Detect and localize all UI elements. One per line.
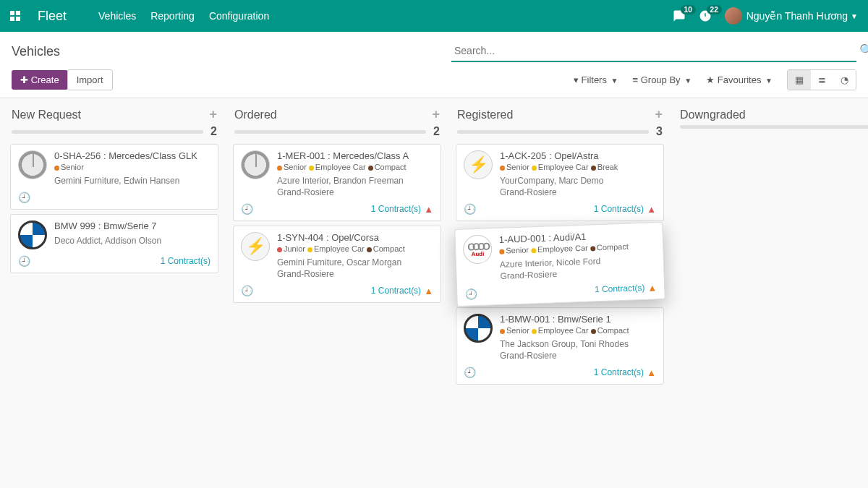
chevron-down-icon: ▼	[851, 12, 858, 20]
column-title: New Request	[12, 108, 81, 121]
filters-button[interactable]: ▾ Filters ▼	[574, 74, 618, 85]
nav-reporting[interactable]: Reporting	[150, 10, 195, 22]
contract-link[interactable]: 1 Contract(s)	[595, 283, 645, 294]
card-company-driver: YourCompany, Marc Demo	[500, 176, 656, 186]
brand-logo	[241, 232, 270, 261]
user-name: Nguyễn Thanh Hương	[746, 10, 848, 22]
messages-count: 10	[681, 5, 696, 14]
brand-logo	[464, 150, 493, 179]
activity-icon[interactable]: 🕘	[464, 367, 476, 378]
activity-icon[interactable]: 🕘	[18, 192, 30, 203]
vehicle-card[interactable]: BMW 999 : Bmw/Serie 7Deco Addict, Addiso…	[10, 214, 218, 273]
kanban-column: Registered+31-ACK-205 : Opel/AstraSenior…	[451, 107, 668, 389]
app-title[interactable]: Fleet	[38, 9, 67, 24]
activities-count: 22	[707, 5, 722, 14]
kanban-view-button[interactable]: ▦	[788, 70, 811, 90]
column-title: Registered	[457, 108, 513, 121]
contract-link[interactable]: 1 Contract(s)	[594, 204, 644, 214]
vehicle-card[interactable]: 1-MER-001 : Mercedes/Class ASenior Emplo…	[233, 144, 441, 221]
column-add-button[interactable]: +	[209, 107, 217, 122]
user-menu[interactable]: Nguyễn Thanh Hương ▼	[725, 7, 858, 25]
card-title: 1-ACK-205 : Opel/Astra	[500, 150, 656, 161]
page-title: Vehicles	[12, 44, 60, 59]
vehicle-card[interactable]: 0-SHA-256 : Mercedes/Class GLKSenior Gem…	[10, 144, 218, 210]
search-icon[interactable]: 🔍	[859, 43, 868, 57]
card-tags: Senior Employee Car Compact	[500, 326, 656, 335]
messages-icon[interactable]: 10	[673, 9, 686, 22]
brand-logo: OOOOAudi	[463, 234, 493, 264]
card-title: BMW 999 : Bmw/Serie 7	[54, 221, 210, 231]
card-title: 1-MER-001 : Mercedes/Class A	[277, 150, 433, 161]
vehicle-card[interactable]: 1-SYN-404 : Opel/CorsaJunior Employee Ca…	[233, 226, 441, 303]
column-count: 2	[210, 125, 217, 138]
activities-icon[interactable]: 22	[699, 9, 712, 22]
import-button[interactable]: Import	[67, 69, 113, 90]
activity-icon[interactable]: 🕘	[18, 255, 30, 267]
card-location: Grand-Rosiere	[277, 269, 433, 279]
kanban-column: Ordered+21-MER-001 : Mercedes/Class ASen…	[229, 107, 446, 389]
nav-vehicles[interactable]: Vehicles	[98, 10, 136, 22]
activity-icon[interactable]: 🕘	[241, 285, 253, 296]
kanban-column: New Request+20-SHA-256 : Mercedes/Class …	[6, 107, 223, 389]
column-progress-bar	[234, 130, 426, 134]
card-location: Grand-Rosiere	[500, 351, 656, 361]
list-view-button[interactable]: ≣	[811, 70, 833, 90]
contract-link[interactable]: 1 Contract(s)	[161, 256, 210, 266]
card-company-driver: Deco Addict, Addison Olson	[54, 236, 210, 246]
contract-link[interactable]: 1 Contract(s)	[371, 204, 421, 214]
card-tags: Senior Employee Car Compact	[277, 163, 433, 171]
card-title: 1-SYN-404 : Opel/Corsa	[277, 232, 433, 243]
contract-link[interactable]: 1 Contract(s)	[371, 286, 421, 296]
card-company-driver: Gemini Furniture, Edwin Hansen	[54, 176, 210, 186]
column-progress-bar	[12, 130, 203, 134]
contract-link[interactable]: 1 Contract(s)	[594, 367, 644, 377]
kanban-board: New Request+20-SHA-256 : Mercedes/Class …	[0, 98, 868, 398]
brand-logo	[18, 221, 47, 249]
control-panel: Vehicles 🔍 ✚ Create Import ▾ Filters ▼ ≡…	[0, 32, 868, 98]
warning-icon: ▲	[647, 282, 657, 293]
column-progress-bar	[457, 130, 649, 134]
apps-icon[interactable]	[10, 11, 20, 21]
activity-icon[interactable]: 🕘	[241, 203, 253, 215]
card-location: Grand-Rosiere	[500, 187, 656, 197]
card-company-driver: Gemini Furniture, Oscar Morgan	[277, 257, 433, 267]
column-progress-bar	[680, 125, 868, 129]
column-title: Ordered	[234, 108, 277, 121]
column-count: 3	[656, 125, 663, 138]
column-count: 2	[433, 125, 440, 138]
brand-logo	[18, 150, 47, 179]
warning-icon: ▲	[647, 367, 656, 378]
column-title: Downgraded	[680, 108, 746, 121]
groupby-button[interactable]: ≡ Group By ▼	[632, 74, 692, 85]
favourites-button[interactable]: ★ Favourites ▼	[706, 74, 773, 85]
vehicle-card[interactable]: OOOOAudi1-AUD-001 : Audi/A1Senior Employ…	[454, 222, 665, 307]
vehicle-card[interactable]: 1-ACK-205 : Opel/AstraSenior Employee Ca…	[456, 144, 664, 221]
view-switcher: ▦ ≣ ◔	[787, 69, 856, 90]
brand-logo	[241, 150, 270, 179]
column-add-button[interactable]: +	[432, 107, 440, 122]
card-tags: Senior	[54, 163, 210, 171]
warning-icon: ▲	[424, 286, 433, 296]
search-input[interactable]	[451, 40, 856, 62]
card-company-driver: The Jackson Group, Toni Rhodes	[500, 339, 656, 349]
activity-icon[interactable]: 🕘	[464, 203, 476, 215]
activity-icon[interactable]: 🕘	[464, 288, 477, 300]
vehicle-card[interactable]: 1-BMW-001 : Bmw/Serie 1Senior Employee C…	[456, 307, 664, 385]
nav-configuration[interactable]: Configuration	[209, 10, 269, 22]
card-title: 1-BMW-001 : Bmw/Serie 1	[500, 314, 656, 325]
warning-icon: ▲	[424, 204, 433, 215]
activity-view-button[interactable]: ◔	[833, 70, 856, 90]
card-title: 0-SHA-256 : Mercedes/Class GLK	[54, 150, 210, 161]
card-tags: Junior Employee Car Compact	[277, 244, 433, 253]
warning-icon: ▲	[647, 204, 656, 215]
brand-logo	[464, 314, 493, 343]
card-tags: Senior Employee Car Break	[500, 163, 656, 171]
card-location: Grand-Rosiere	[277, 187, 433, 197]
avatar	[725, 7, 742, 25]
nav-menu: Vehicles Reporting Configuration	[98, 10, 269, 22]
topbar: Fleet Vehicles Reporting Configuration 1…	[0, 0, 868, 32]
card-company-driver: Azure Interior, Brandon Freeman	[277, 176, 433, 186]
column-add-button[interactable]: +	[655, 107, 663, 122]
create-button[interactable]: ✚ Create	[12, 70, 68, 90]
kanban-column: Downgraded+	[674, 107, 868, 389]
